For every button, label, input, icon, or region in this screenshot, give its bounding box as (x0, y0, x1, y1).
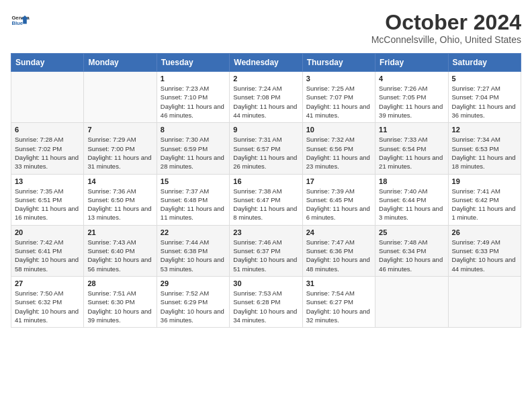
calendar-cell: 19Sunrise: 7:41 AMSunset: 6:42 PMDayligh… (448, 174, 521, 225)
title-area: October 2024 McConnelsville, Ohio, Unite… (371, 11, 521, 45)
day-info: Sunrise: 7:50 AMSunset: 6:32 PMDaylight:… (15, 289, 80, 324)
calendar-cell: 7Sunrise: 7:29 AMSunset: 7:00 PMDaylight… (84, 123, 157, 174)
day-info: Sunrise: 7:43 AMSunset: 6:40 PMDaylight:… (87, 238, 152, 273)
day-info: Sunrise: 7:28 AMSunset: 7:02 PMDaylight:… (15, 135, 80, 171)
day-number: 5 (452, 75, 517, 83)
day-info: Sunrise: 7:25 AMSunset: 7:07 PMDaylight:… (306, 84, 371, 120)
day-info: Sunrise: 7:51 AMSunset: 6:30 PMDaylight:… (87, 289, 152, 324)
day-number: 17 (306, 177, 371, 185)
calendar-cell: 24Sunrise: 7:47 AMSunset: 6:36 PMDayligh… (302, 225, 375, 276)
day-number: 6 (15, 126, 80, 134)
day-info: Sunrise: 7:27 AMSunset: 7:04 PMDaylight:… (452, 84, 517, 120)
day-info: Sunrise: 7:54 AMSunset: 6:27 PMDaylight:… (306, 289, 371, 324)
day-number: 24 (306, 228, 371, 236)
day-info: Sunrise: 7:37 AMSunset: 6:48 PMDaylight:… (161, 187, 226, 222)
calendar-cell: 1Sunrise: 7:23 AMSunset: 7:10 PMDaylight… (157, 72, 229, 123)
calendar-cell: 31Sunrise: 7:54 AMSunset: 6:27 PMDayligh… (302, 276, 375, 327)
calendar-cell: 28Sunrise: 7:51 AMSunset: 6:30 PMDayligh… (84, 276, 157, 327)
day-info: Sunrise: 7:46 AMSunset: 6:37 PMDaylight:… (233, 238, 298, 273)
calendar-cell: 2Sunrise: 7:24 AMSunset: 7:08 PMDaylight… (230, 72, 302, 123)
logo: General Blue (11, 11, 30, 30)
calendar-week-row: 13Sunrise: 7:35 AMSunset: 6:51 PMDayligh… (11, 174, 521, 225)
day-number: 31 (306, 279, 371, 287)
day-info: Sunrise: 7:36 AMSunset: 6:50 PMDaylight:… (87, 187, 152, 222)
calendar-cell: 13Sunrise: 7:35 AMSunset: 6:51 PMDayligh… (11, 174, 84, 225)
day-info: Sunrise: 7:47 AMSunset: 6:36 PMDaylight:… (306, 238, 371, 273)
month-title: October 2024 (371, 11, 521, 34)
calendar-cell: 21Sunrise: 7:43 AMSunset: 6:40 PMDayligh… (84, 225, 157, 276)
day-info: Sunrise: 7:49 AMSunset: 6:33 PMDaylight:… (452, 238, 517, 273)
day-number: 21 (87, 228, 152, 236)
svg-text:Blue: Blue (11, 20, 23, 26)
calendar-cell: 26Sunrise: 7:49 AMSunset: 6:33 PMDayligh… (448, 225, 521, 276)
calendar-cell (84, 72, 157, 123)
calendar-week-row: 20Sunrise: 7:42 AMSunset: 6:41 PMDayligh… (11, 225, 521, 276)
day-number: 13 (15, 177, 80, 185)
weekday-header-row: SundayMondayTuesdayWednesdayThursdayFrid… (11, 54, 521, 72)
day-number: 28 (87, 279, 152, 287)
day-info: Sunrise: 7:34 AMSunset: 6:53 PMDaylight:… (452, 135, 517, 171)
weekday-header: Wednesday (230, 54, 302, 72)
day-number: 9 (233, 126, 298, 134)
weekday-header: Thursday (302, 54, 375, 72)
calendar-cell: 30Sunrise: 7:53 AMSunset: 6:28 PMDayligh… (230, 276, 302, 327)
day-info: Sunrise: 7:32 AMSunset: 6:56 PMDaylight:… (306, 135, 371, 171)
day-info: Sunrise: 7:42 AMSunset: 6:41 PMDaylight:… (15, 238, 80, 273)
weekday-header: Saturday (448, 54, 521, 72)
day-info: Sunrise: 7:26 AMSunset: 7:05 PMDaylight:… (379, 84, 444, 120)
day-number: 22 (161, 228, 226, 236)
day-info: Sunrise: 7:48 AMSunset: 6:34 PMDaylight:… (379, 238, 444, 273)
day-info: Sunrise: 7:41 AMSunset: 6:42 PMDaylight:… (452, 187, 517, 222)
page-header: General Blue October 2024 McConnelsville… (11, 11, 521, 45)
day-number: 14 (87, 177, 152, 185)
calendar-cell: 5Sunrise: 7:27 AMSunset: 7:04 PMDaylight… (448, 72, 521, 123)
calendar-cell: 4Sunrise: 7:26 AMSunset: 7:05 PMDaylight… (375, 72, 448, 123)
calendar-cell: 27Sunrise: 7:50 AMSunset: 6:32 PMDayligh… (11, 276, 84, 327)
day-number: 25 (379, 228, 444, 236)
calendar-cell: 9Sunrise: 7:31 AMSunset: 6:57 PMDaylight… (230, 123, 302, 174)
calendar-cell: 10Sunrise: 7:32 AMSunset: 6:56 PMDayligh… (302, 123, 375, 174)
calendar-cell: 25Sunrise: 7:48 AMSunset: 6:34 PMDayligh… (375, 225, 448, 276)
location: McConnelsville, Ohio, United States (371, 34, 521, 45)
calendar-cell: 18Sunrise: 7:40 AMSunset: 6:44 PMDayligh… (375, 174, 448, 225)
day-info: Sunrise: 7:44 AMSunset: 6:38 PMDaylight:… (161, 238, 226, 273)
day-info: Sunrise: 7:30 AMSunset: 6:59 PMDaylight:… (161, 135, 226, 171)
day-number: 10 (306, 126, 371, 134)
weekday-header: Friday (375, 54, 448, 72)
day-number: 18 (379, 177, 444, 185)
day-number: 29 (161, 279, 226, 287)
day-number: 4 (379, 75, 444, 83)
day-number: 15 (161, 177, 226, 185)
day-number: 19 (452, 177, 517, 185)
day-number: 11 (379, 126, 444, 134)
day-info: Sunrise: 7:38 AMSunset: 6:47 PMDaylight:… (233, 187, 298, 222)
calendar-cell: 29Sunrise: 7:52 AMSunset: 6:29 PMDayligh… (157, 276, 229, 327)
calendar-cell: 8Sunrise: 7:30 AMSunset: 6:59 PMDaylight… (157, 123, 229, 174)
day-number: 26 (452, 228, 517, 236)
day-info: Sunrise: 7:33 AMSunset: 6:54 PMDaylight:… (379, 135, 444, 171)
calendar-cell: 15Sunrise: 7:37 AMSunset: 6:48 PMDayligh… (157, 174, 229, 225)
calendar-week-row: 6Sunrise: 7:28 AMSunset: 7:02 PMDaylight… (11, 123, 521, 174)
calendar-cell: 11Sunrise: 7:33 AMSunset: 6:54 PMDayligh… (375, 123, 448, 174)
calendar-cell: 22Sunrise: 7:44 AMSunset: 6:38 PMDayligh… (157, 225, 229, 276)
calendar-cell: 20Sunrise: 7:42 AMSunset: 6:41 PMDayligh… (11, 225, 84, 276)
weekday-header: Monday (84, 54, 157, 72)
day-info: Sunrise: 7:31 AMSunset: 6:57 PMDaylight:… (233, 135, 298, 171)
day-info: Sunrise: 7:24 AMSunset: 7:08 PMDaylight:… (233, 84, 298, 120)
day-number: 2 (233, 75, 298, 83)
calendar-week-row: 27Sunrise: 7:50 AMSunset: 6:32 PMDayligh… (11, 276, 521, 327)
calendar-cell: 23Sunrise: 7:46 AMSunset: 6:37 PMDayligh… (230, 225, 302, 276)
day-info: Sunrise: 7:29 AMSunset: 7:00 PMDaylight:… (87, 135, 152, 171)
day-info: Sunrise: 7:39 AMSunset: 6:45 PMDaylight:… (306, 187, 371, 222)
day-number: 7 (87, 126, 152, 134)
day-info: Sunrise: 7:23 AMSunset: 7:10 PMDaylight:… (161, 84, 226, 120)
calendar-cell: 3Sunrise: 7:25 AMSunset: 7:07 PMDaylight… (302, 72, 375, 123)
day-number: 1 (161, 75, 226, 83)
day-info: Sunrise: 7:40 AMSunset: 6:44 PMDaylight:… (379, 187, 444, 222)
day-number: 8 (161, 126, 226, 134)
calendar-cell: 14Sunrise: 7:36 AMSunset: 6:50 PMDayligh… (84, 174, 157, 225)
day-info: Sunrise: 7:35 AMSunset: 6:51 PMDaylight:… (15, 187, 80, 222)
calendar-cell (448, 276, 521, 327)
day-info: Sunrise: 7:53 AMSunset: 6:28 PMDaylight:… (233, 289, 298, 324)
calendar-cell (375, 276, 448, 327)
